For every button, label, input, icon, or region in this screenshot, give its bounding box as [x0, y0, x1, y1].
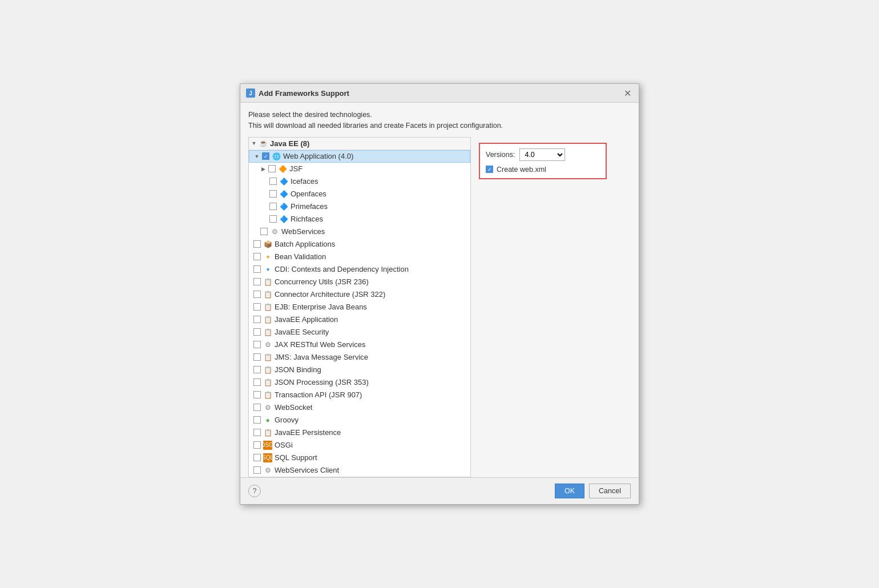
- checkbox-javaee-sec[interactable]: [253, 328, 261, 336]
- jms-label: JMS: Java Message Service: [275, 353, 368, 361]
- tree-item-webservices[interactable]: ⚙ WebServices: [249, 225, 470, 238]
- icefaces-label: Icefaces: [291, 177, 318, 186]
- ws-client-label: WebServices Client: [275, 466, 339, 474]
- tree-item-tx-api[interactable]: 📋 Transaction API (JSR 907): [249, 389, 470, 401]
- tree-item-openfaces[interactable]: 🔷 Openfaces: [249, 188, 470, 200]
- section-triangle: ▼: [251, 140, 257, 146]
- tree-item-jsf[interactable]: ▶ 🔶 JSF: [249, 163, 470, 175]
- bean-val-label: Bean Validation: [275, 252, 326, 261]
- checkbox-javaee-persist[interactable]: [253, 429, 261, 436]
- batch-icon: 📦: [263, 240, 272, 249]
- version-select[interactable]: 4.0 3.1 3.0 2.5: [519, 148, 565, 161]
- groovy-label: Groovy: [275, 416, 299, 424]
- tree-item-concurrency[interactable]: 📋 Concurrency Utils (JSR 236): [249, 276, 470, 288]
- button-bar: ? OK Cancel: [240, 477, 639, 504]
- concurrency-label: Concurrency Utils (JSR 236): [275, 277, 369, 286]
- checkbox-osgi[interactable]: [253, 441, 261, 449]
- javaee-sec-label: JavaEE Security: [275, 328, 329, 336]
- checkbox-web-app[interactable]: ✓: [262, 152, 269, 160]
- checkbox-json-binding[interactable]: [253, 366, 261, 373]
- checkbox-jsf[interactable]: [268, 165, 276, 172]
- tree-item-websocket[interactable]: ⚙ WebSocket: [249, 401, 470, 414]
- tree-item-javaee-persist[interactable]: 📋 JavaEE Persistence: [249, 426, 470, 439]
- concurrency-icon: 📋: [263, 277, 272, 287]
- json-proc-icon: 📋: [263, 378, 272, 387]
- checkbox-websocket[interactable]: [253, 404, 261, 411]
- jax-rest-icon: ⚙: [263, 340, 272, 349]
- checkbox-cdi[interactable]: [253, 265, 261, 273]
- checkbox-sql-support[interactable]: [253, 454, 261, 461]
- tree-item-jax-rest[interactable]: ⚙ JAX RESTful Web Services: [249, 339, 470, 351]
- checkbox-icefaces[interactable]: [269, 178, 277, 185]
- checkbox-jax-rest[interactable]: [253, 341, 261, 348]
- create-webxml-row: ✓ Create web.xml: [486, 166, 600, 174]
- tree-item-javaee-sec[interactable]: 📋 JavaEE Security: [249, 326, 470, 339]
- tree-item-json-binding[interactable]: 📋 JSON Binding: [249, 364, 470, 376]
- create-webxml-checkbox[interactable]: ✓: [486, 166, 493, 173]
- checkbox-json-proc[interactable]: [253, 378, 261, 386]
- tree-item-connector[interactable]: 📋 Connector Architecture (JSR 322): [249, 288, 470, 301]
- checkbox-bean-val[interactable]: [253, 253, 261, 260]
- right-panel: Versions: 4.0 3.1 3.0 2.5 ✓ Create web.x…: [471, 137, 631, 477]
- javaee-app-label: JavaEE Application: [275, 315, 338, 324]
- versions-label: Versions:: [486, 151, 515, 159]
- ws-client-icon: ⚙: [263, 466, 272, 475]
- javaee-sec-icon: 📋: [263, 328, 272, 337]
- tree-item-cdi[interactable]: 🔹 CDI: Contexts and Dependency Injection: [249, 263, 470, 276]
- cancel-button[interactable]: Cancel: [589, 484, 631, 498]
- checkbox-webservices[interactable]: [260, 228, 268, 235]
- openfaces-label: Openfaces: [291, 190, 326, 198]
- tree-item-javaee-app[interactable]: 📋 JavaEE Application: [249, 313, 470, 326]
- tree-item-bean-val[interactable]: 🔸 Bean Validation: [249, 251, 470, 263]
- connector-icon: 📋: [263, 290, 272, 299]
- dialog-title: Add Frameworks Support: [259, 89, 349, 98]
- checkbox-richfaces[interactable]: [269, 215, 277, 223]
- ok-button[interactable]: OK: [555, 484, 584, 498]
- tree-item-osgi[interactable]: OSGi OSGi: [249, 439, 470, 452]
- tree-item-batch[interactable]: 📦 Batch Applications: [249, 238, 470, 251]
- tree-item-groovy[interactable]: ● Groovy: [249, 414, 470, 426]
- close-button[interactable]: ✕: [622, 87, 633, 99]
- tree-item-ws-client[interactable]: ⚙ WebServices Client: [249, 464, 470, 477]
- tree-item-jms[interactable]: 📋 JMS: Java Message Service: [249, 351, 470, 364]
- checkbox-openfaces[interactable]: [269, 190, 277, 198]
- ejb-icon: 📋: [263, 303, 272, 312]
- expand-triangle: ▼: [254, 154, 260, 159]
- checkbox-primefaces[interactable]: [269, 203, 277, 210]
- jax-rest-label: JAX RESTful Web Services: [275, 340, 365, 349]
- websocket-icon: ⚙: [263, 403, 272, 412]
- checkbox-connector[interactable]: [253, 291, 261, 298]
- help-button[interactable]: ?: [248, 485, 261, 497]
- checkbox-concurrency[interactable]: [253, 278, 261, 285]
- batch-label: Batch Applications: [275, 240, 335, 248]
- bean-val-icon: 🔸: [263, 252, 272, 261]
- json-binding-icon: 📋: [263, 365, 272, 374]
- tree-item-sql-support[interactable]: SQL SQL Support: [249, 452, 470, 464]
- tree-item-web-app[interactable]: ▼ ✓ 🌐 Web Application (4.0): [249, 150, 470, 163]
- add-frameworks-dialog: J Add Frameworks Support ✕ Please select…: [240, 83, 639, 505]
- osgi-label: OSGi: [275, 441, 293, 449]
- tree-item-primefaces[interactable]: 🔷 Primefaces: [249, 200, 470, 213]
- primefaces-label: Primefaces: [291, 202, 328, 211]
- ejb-label: EJB: Enterprise Java Beans: [275, 303, 367, 311]
- dialog-content: Please select the desired technologies. …: [240, 103, 639, 477]
- tree-item-richfaces[interactable]: 🔷 Richfaces: [249, 213, 470, 225]
- checkbox-ws-client[interactable]: [253, 466, 261, 474]
- checkbox-javaee-app[interactable]: [253, 316, 261, 323]
- cdi-icon: 🔹: [263, 265, 272, 274]
- checkbox-jms[interactable]: [253, 353, 261, 361]
- checkbox-ejb[interactable]: [253, 303, 261, 311]
- tree-item-icefaces[interactable]: 🔷 Icefaces: [249, 175, 470, 188]
- tree-item-json-proc[interactable]: 📋 JSON Processing (JSR 353): [249, 376, 470, 389]
- javaee-persist-label: JavaEE Persistence: [275, 428, 341, 437]
- tx-api-icon: 📋: [263, 390, 272, 400]
- title-bar-left: J Add Frameworks Support: [246, 88, 349, 98]
- java-ee-label: Java EE (8): [270, 139, 309, 148]
- tree-item-ejb[interactable]: 📋 EJB: Enterprise Java Beans: [249, 301, 470, 313]
- checkbox-groovy[interactable]: [253, 416, 261, 424]
- json-proc-label: JSON Processing (JSR 353): [275, 378, 369, 386]
- checkbox-batch[interactable]: [253, 240, 261, 248]
- tree-panel[interactable]: ▼ ☕ Java EE (8) ▼ ✓ 🌐 Web Application (4…: [248, 137, 471, 477]
- checkbox-tx-api[interactable]: [253, 391, 261, 398]
- javaee-persist-icon: 📋: [263, 428, 272, 437]
